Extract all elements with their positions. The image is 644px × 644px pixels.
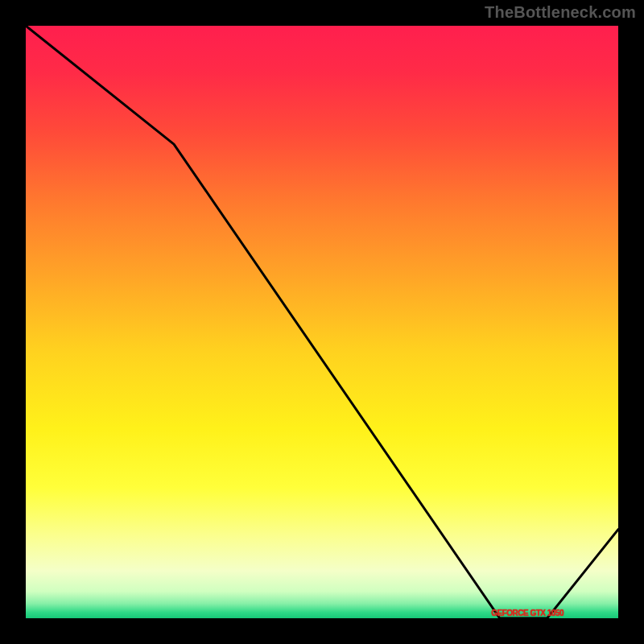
- plot-area: GEFORCE GTX 1050: [26, 26, 618, 618]
- gradient-background: [26, 26, 618, 618]
- gpu-marker-label: GEFORCE GTX 1050: [491, 609, 564, 617]
- chart-frame: TheBottleneck.com GEFORCE GTX 1050: [0, 0, 644, 644]
- watermark-text: TheBottleneck.com: [485, 3, 636, 22]
- bottleneck-chart: [26, 26, 618, 618]
